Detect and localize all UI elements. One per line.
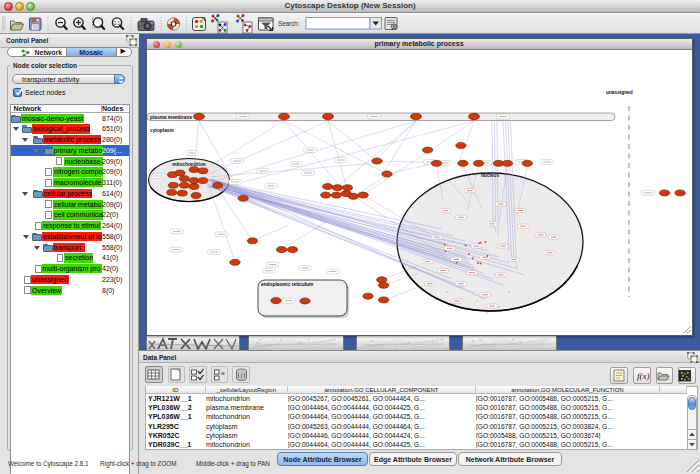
svg-text:f​(x): f​(x) bbox=[637, 371, 650, 381]
svg-text:endoplasmic reticulum: endoplasmic reticulum bbox=[261, 282, 313, 287]
svg-text:plasma membrane: plasma membrane bbox=[150, 114, 192, 119]
svg-text:Search:: Search: bbox=[278, 20, 299, 27]
svg-text:nucleus: nucleus bbox=[480, 173, 498, 178]
svg-text:unassigned: unassigned bbox=[606, 90, 633, 95]
svg-text:mitochondrion: mitochondrion bbox=[172, 162, 206, 167]
svg-text:1:1: 1:1 bbox=[114, 21, 121, 26]
svg-text:cytoplasm: cytoplasm bbox=[150, 128, 174, 133]
